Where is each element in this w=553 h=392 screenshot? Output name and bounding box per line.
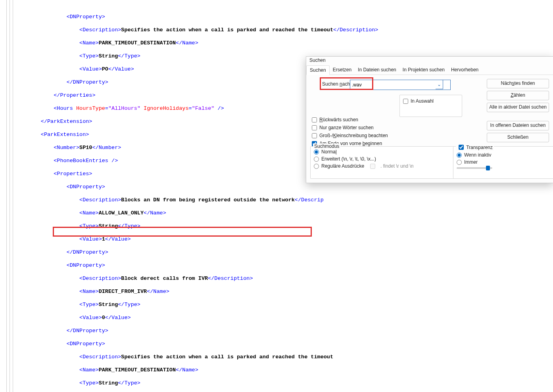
transparency-group: Transparenz Wenn inaktiv Immer [453, 146, 553, 179]
close-button[interactable]: Schließen [487, 133, 549, 142]
find-all-open-button[interactable]: In offenen Dateien suchen [487, 121, 549, 130]
dialog-title: Suchen [306, 57, 553, 65]
mode-normal-radio[interactable]: Normal [314, 148, 453, 155]
match-case-checkbox[interactable]: Groß-/Kleinschreibung beachten [312, 132, 388, 139]
whole-word-checkbox[interactable]: Nur ganze Wörter suchen [312, 124, 388, 131]
transparency-slider[interactable] [457, 167, 492, 169]
find-dialog[interactable]: Suchen Suchen Ersetzen In Dateien suchen… [306, 56, 553, 183]
tab-mark[interactable]: Hervorheben [448, 65, 482, 75]
find-all-active-button[interactable]: Alle in aktiver Datei suchen [487, 103, 549, 112]
search-dropdown-icon[interactable]: ⌄ [436, 80, 443, 89]
mode-regex-radio[interactable]: Reguläre Ausdrücke . findet \r und \n [314, 163, 453, 170]
backward-checkbox[interactable]: Rückwärts suchen [312, 116, 388, 123]
tab-find-in-files[interactable]: In Dateien suchen [355, 65, 399, 75]
tab-replace[interactable]: Ersetzen [330, 65, 355, 75]
dialog-tabs: Suchen Ersetzen In Dateien suchen In Pro… [306, 65, 553, 75]
in-selection-checkbox[interactable]: In Auswahl [403, 98, 459, 105]
mode-extended-radio[interactable]: Erweitert (\n, \r, \t, \0, \x...) [314, 155, 453, 163]
find-next-button[interactable]: Nächstes finden [487, 79, 549, 88]
search-mode-group: Suchmodus Normal Erweitert (\n, \r, \t, … [310, 146, 456, 179]
tab-find-in-projects[interactable]: In Projekten suchen [399, 65, 448, 75]
trans-inactive-radio[interactable]: Wenn inaktiv [457, 151, 552, 159]
highlight-box-promptfilename [53, 227, 312, 237]
highlight-box-search [320, 77, 373, 90]
trans-always-radio[interactable]: Immer [457, 159, 552, 166]
tab-search[interactable]: Suchen [306, 65, 330, 75]
count-button[interactable]: Zählen [487, 91, 549, 100]
